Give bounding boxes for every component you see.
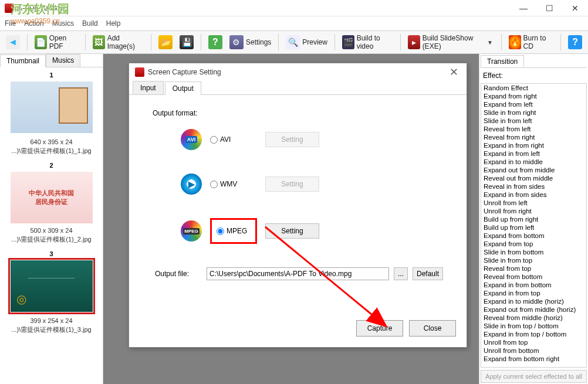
thumbnail-image [11, 172, 93, 223]
thumbnail-image [11, 81, 93, 133]
dialog-close-button[interactable]: ✕ [447, 66, 461, 79]
effect-item[interactable]: Expand from bottom right [481, 355, 586, 363]
thumbnail-item[interactable]: 2 500 x 309 x 24 ...)\需提供证件模板(1)_2.jpg [5, 161, 98, 244]
radio-mpeg[interactable]: MPEG [210, 218, 257, 244]
radio-wmv[interactable]: WMV [210, 180, 257, 188]
effect-item[interactable]: Unroll from top [481, 338, 586, 346]
tab-output[interactable]: Output [165, 81, 201, 95]
menu-build[interactable]: Build [82, 19, 98, 28]
save-button[interactable] [177, 34, 196, 50]
open-pdf-button[interactable]: Open PDF [32, 33, 80, 52]
effect-item[interactable]: Expand in from left [481, 149, 586, 158]
effect-item[interactable]: Build up from right [481, 215, 586, 223]
effect-item[interactable]: Reveal from left [481, 125, 586, 133]
wmv-icon [181, 174, 202, 195]
capture-button[interactable]: Capture [356, 320, 403, 337]
settings-button[interactable]: Settings [227, 34, 273, 50]
output-file-row: Output file: ... Default [153, 267, 443, 280]
effect-item[interactable]: Unroll from left [481, 199, 586, 207]
tab-musics[interactable]: Musics [46, 54, 80, 67]
effect-item[interactable]: Build up from left [481, 223, 586, 232]
effect-item[interactable]: Expand in from right [481, 141, 586, 149]
add-images-button[interactable]: Add Image(s) [90, 33, 146, 52]
effect-item[interactable]: Expand out from middle [481, 166, 586, 174]
default-button[interactable]: Default [413, 267, 443, 280]
folder-open-icon [158, 35, 173, 49]
minimize-button[interactable]: — [511, 0, 536, 16]
effect-item[interactable]: Expand in to middle (horiz) [481, 297, 586, 305]
effect-item[interactable]: Slide in from right [481, 108, 586, 117]
tab-thumbnail[interactable]: Thumbnail [0, 55, 46, 67]
effect-item[interactable]: Expand in from top [481, 289, 586, 297]
effect-item[interactable]: Expand in from bottom [481, 281, 586, 289]
thumbnail-list[interactable]: 1 640 x 395 x 24 ...)\需提供证件模板(1)_1.jpg 2… [0, 67, 103, 384]
save-icon [180, 35, 194, 49]
effect-item[interactable]: Reveal from bottom [481, 273, 586, 281]
burn-cd-button[interactable]: Burn to CD [506, 33, 556, 52]
mpeg-icon [181, 220, 202, 242]
effect-item[interactable]: Expand in to middle [481, 158, 586, 166]
wmv-setting-button[interactable]: Setting [265, 176, 319, 192]
thumbnail-image [11, 260, 93, 312]
effect-item[interactable]: Expand from bottom [481, 232, 586, 240]
menu-musics[interactable]: Musics [52, 19, 74, 28]
effect-item[interactable]: Expand in from sides [481, 191, 586, 199]
menu-file[interactable]: File [5, 19, 16, 28]
effect-item[interactable]: Unroll from right [481, 207, 586, 215]
effect-item[interactable]: Reveal from right [481, 133, 586, 141]
menu-action[interactable]: Action [24, 19, 43, 28]
build-slideshow-button[interactable]: Build SlideShow (EXE)▼ [405, 33, 496, 52]
thumbnail-item[interactable]: 1 640 x 395 x 24 ...)\需提供证件模板(1)_1.jpg [5, 71, 98, 155]
output-file-input[interactable] [207, 267, 389, 280]
mpeg-setting-button[interactable]: Setting [265, 223, 319, 239]
effect-item[interactable]: Slide in from bottom [481, 248, 586, 256]
close-button-dialog[interactable]: Close [409, 320, 456, 337]
browse-button[interactable]: ... [394, 267, 408, 280]
close-button[interactable]: ✕ [562, 0, 588, 16]
format-row-mpeg: MPEG Setting [153, 218, 443, 244]
effect-item[interactable]: Expand out from middle (horiz) [481, 305, 586, 314]
menubar: File Action Musics Build Help [0, 16, 588, 30]
effect-list[interactable]: Random EffectExpand from rightExpand fro… [481, 83, 587, 368]
dialog-icon [135, 67, 144, 77]
effect-item[interactable]: Random Effect [481, 84, 586, 92]
help-icon [208, 35, 222, 49]
tab-input[interactable]: Input [133, 81, 164, 94]
menu-help[interactable]: Help [106, 19, 121, 28]
effect-item[interactable]: Expand from left [481, 100, 586, 108]
preview-button[interactable]: Preview [283, 34, 330, 50]
effect-item[interactable]: Expand in from top / bottom [481, 330, 586, 338]
gear-icon [229, 35, 244, 49]
dialog-title: Screen Capture Setting [148, 68, 221, 76]
effect-item[interactable]: Slide in from top [481, 256, 586, 264]
effect-item[interactable]: Slide in from top / bottom [481, 322, 586, 330]
toolbar: Open PDF Add Image(s) Settings Preview B… [0, 30, 588, 54]
radio-avi[interactable]: AVI [210, 135, 257, 144]
left-panel: Thumbnail Musics 1 640 x 395 x 24 ...)\需… [0, 54, 103, 384]
film-icon [342, 35, 354, 49]
effect-item[interactable]: Reveal in from sides [481, 182, 586, 191]
magnifier-icon [286, 35, 300, 49]
open-file-button[interactable] [156, 34, 175, 50]
tab-transition[interactable]: Transition [481, 55, 524, 67]
effect-item[interactable]: Reveal out from middle [481, 174, 586, 182]
dropdown-icon[interactable]: ▼ [486, 39, 494, 46]
avi-setting-button[interactable]: Setting [265, 132, 319, 147]
avi-icon [181, 129, 202, 150]
build-video-button[interactable]: Build to video [340, 33, 396, 52]
info-button[interactable] [566, 34, 584, 50]
apply-effect-button[interactable]: Apply current select effected to all [481, 370, 587, 383]
effect-item[interactable]: Slide in from left [481, 117, 586, 125]
play-icon [408, 35, 420, 49]
effect-item[interactable]: Expand from top [481, 240, 586, 248]
effect-item[interactable]: Unroll from bottom [481, 346, 586, 355]
app-icon [5, 4, 14, 13]
titlebar: A-PDF To Video — ☐ ✕ [0, 0, 588, 16]
effect-item[interactable]: Expand from right [481, 92, 586, 100]
effect-item[interactable]: Reveal from middle (horiz) [481, 314, 586, 322]
effect-item[interactable]: Reveal from top [481, 264, 586, 273]
thumbnail-item[interactable]: 3 399 x 254 x 24 ...)\需提供证件模板(1)_3.jpg [5, 250, 98, 334]
help-button[interactable] [206, 34, 225, 50]
maximize-button[interactable]: ☐ [536, 0, 562, 16]
back-button[interactable] [4, 34, 22, 50]
